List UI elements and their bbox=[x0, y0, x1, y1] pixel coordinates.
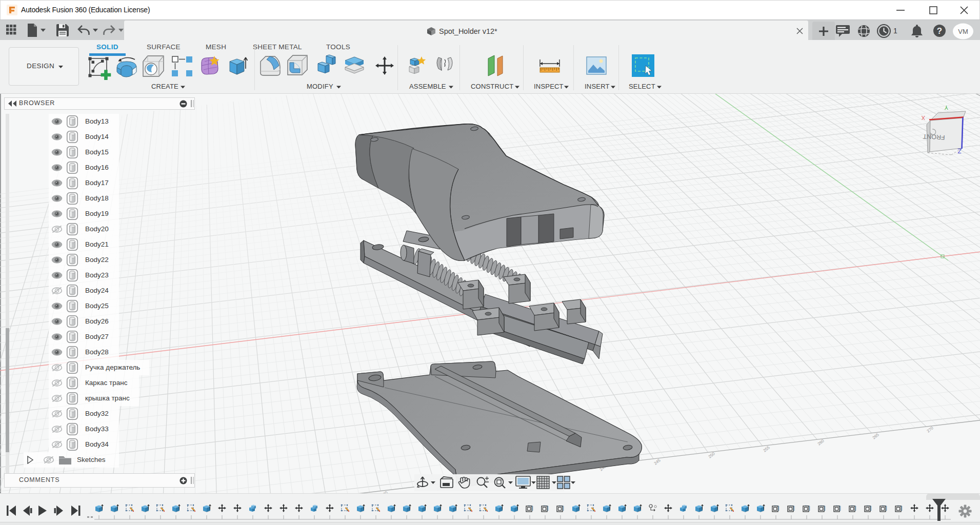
svg-text:Z: Z bbox=[957, 147, 962, 155]
svg-text:?: ? bbox=[937, 26, 942, 36]
svg-text:FRONT: FRONT bbox=[923, 133, 945, 141]
svg-text:Y: Y bbox=[944, 105, 948, 111]
svg-text:VM: VM bbox=[958, 28, 968, 35]
svg-text:255: 255 bbox=[763, 445, 771, 453]
svg-text:X: X bbox=[921, 115, 925, 121]
svg-text:265: 265 bbox=[872, 432, 880, 440]
